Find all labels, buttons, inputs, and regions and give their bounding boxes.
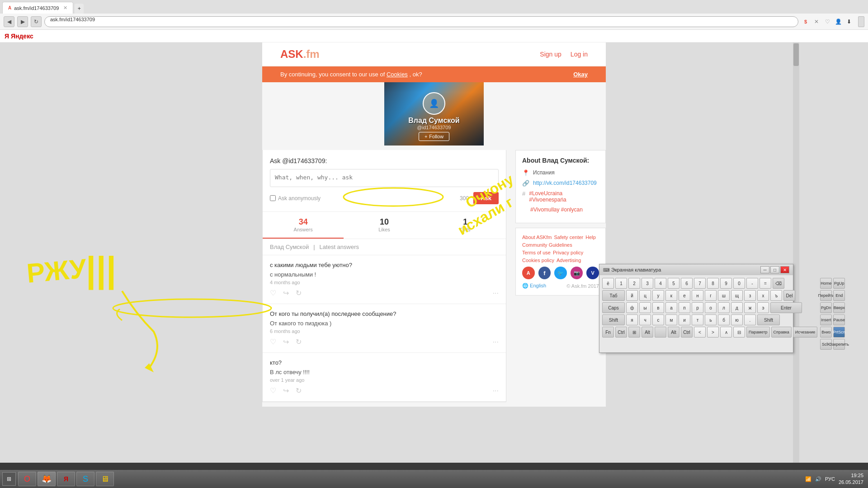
osk-key-ch[interactable]: ч — [639, 314, 651, 325]
footer-terms[interactable]: Terms of use — [522, 250, 551, 255]
like-icon-2[interactable]: ♡ — [270, 338, 276, 346]
osk-key-fn[interactable]: Fn — [602, 327, 614, 338]
osk-key-6[interactable]: 6 — [681, 278, 693, 289]
osk-key-insert[interactable]: Insert — [820, 314, 832, 325]
osk-key-win[interactable]: ⊞ — [628, 327, 640, 338]
taskbar-item-browser[interactable]: 🦊 — [38, 472, 56, 486]
osk-key-shch[interactable]: щ — [731, 290, 743, 301]
osk-key-h[interactable]: х — [757, 290, 769, 301]
osk-key-b[interactable]: б — [718, 314, 730, 325]
social-instagram[interactable]: 📷 — [571, 267, 583, 279]
ext-x[interactable]: ✕ — [812, 17, 821, 26]
osk-key-space[interactable] — [655, 327, 666, 338]
signup-link[interactable]: Sign up — [540, 51, 561, 58]
osk-key-pgup[interactable]: PgUp — [833, 278, 845, 289]
osk-key-sh[interactable]: ш — [718, 290, 730, 301]
osk-key-r[interactable]: р — [692, 302, 703, 313]
share-icon-1[interactable]: ↪ — [283, 289, 289, 297]
more-icon-3[interactable]: ··· — [493, 387, 499, 395]
reask-icon-1[interactable]: ↻ — [296, 289, 302, 297]
osk-key-g[interactable]: г — [705, 290, 717, 301]
footer-cookies[interactable]: Cookies policy — [522, 258, 554, 263]
osk-key-3[interactable]: 3 — [642, 278, 653, 289]
language-link[interactable]: English — [530, 283, 546, 288]
osk-key-alt-r[interactable]: Alt — [668, 327, 679, 338]
follow-button[interactable]: + Follow — [419, 132, 449, 141]
cookie-link[interactable]: Cookies — [387, 71, 408, 78]
osk-key-prtscn[interactable]: PrtScn — [833, 327, 845, 338]
osk-key-4[interactable]: 4 — [655, 278, 666, 289]
osk-key-vverh[interactable]: Вверх — [833, 302, 845, 313]
osk-key-j[interactable]: й — [626, 290, 638, 301]
osk-key-up[interactable]: ∧ — [720, 327, 732, 338]
osk-key-ts[interactable]: ц — [639, 290, 651, 301]
taskbar-item-opera[interactable]: O — [18, 472, 36, 486]
reload-btn[interactable]: ↻ — [31, 16, 42, 27]
osk-key-s[interactable]: с — [652, 314, 664, 325]
osk-close-btn[interactable]: ✕ — [780, 266, 789, 273]
osk-key-ee[interactable]: э — [757, 302, 769, 313]
login-link[interactable]: Log in — [571, 51, 588, 58]
address-input[interactable]: ask.fm/id174633709 — [44, 16, 798, 27]
osk-key-u[interactable]: у — [652, 290, 664, 301]
reask-icon-2[interactable]: ↻ — [296, 338, 302, 346]
osk-key-param[interactable]: Параметр — [746, 327, 770, 338]
osk-key-t[interactable]: т — [692, 314, 703, 325]
osk-key-ya[interactable]: я — [626, 314, 638, 325]
share-icon-3[interactable]: ↪ — [283, 386, 289, 395]
osk-key-8[interactable]: 8 — [707, 278, 719, 289]
osk-key-zh[interactable]: ж — [744, 302, 756, 313]
social-vk[interactable]: V — [586, 267, 599, 279]
scrollbar-thumb[interactable] — [793, 43, 799, 66]
osk-key-ctrl-r[interactable]: Ctrl — [681, 327, 693, 338]
osk-key-pause[interactable]: Pause — [833, 314, 845, 325]
osk-key-eq[interactable]: = — [760, 278, 771, 289]
osk-key-z[interactable]: з — [744, 290, 756, 301]
osk-key-help[interactable]: Справка — [771, 327, 792, 338]
start-btn[interactable]: ⊞ — [2, 472, 16, 486]
footer-safety[interactable]: Safety center — [554, 235, 583, 240]
footer-about[interactable]: About ASKfm — [522, 235, 552, 240]
ext-dollar[interactable]: $ — [801, 17, 810, 26]
osk-key-p[interactable]: п — [679, 302, 690, 313]
osk-key-gt[interactable]: > — [707, 327, 719, 338]
osk-key-alt-l[interactable]: Alt — [642, 327, 653, 338]
osk-key-bksp[interactable]: ⌫ — [773, 278, 784, 289]
social-facebook[interactable]: f — [538, 267, 551, 279]
osk-key-ctrl-l[interactable]: Ctrl — [615, 327, 627, 338]
tab-gifts[interactable]: 1 Gifts — [425, 212, 506, 239]
osk-key-appkey[interactable]: ⊟ — [733, 327, 745, 338]
back-btn[interactable]: ◀ — [4, 16, 14, 27]
osk-key-vanish[interactable]: Исчезание — [793, 327, 818, 338]
social-twitter[interactable]: 🐦 — [554, 267, 567, 279]
osk-key-home[interactable]: Home — [820, 278, 832, 289]
osk-key-rshift[interactable]: Shift — [757, 314, 780, 325]
osk-key-o[interactable]: о — [705, 302, 717, 313]
taskbar-item-folder[interactable]: 🖥 — [96, 472, 114, 486]
osk-key-f[interactable]: ф — [626, 302, 638, 313]
osk-key-del[interactable]: Del — [783, 290, 795, 301]
about-vk-link[interactable]: http://vk.com/id174633709 — [533, 180, 597, 186]
osk-key-zakrep[interactable]: Закрепить — [833, 339, 845, 350]
osk-key-n[interactable]: н — [692, 290, 703, 301]
footer-help[interactable]: Help — [585, 235, 596, 240]
osk-key-yu[interactable]: ю — [731, 314, 743, 325]
osk-key-perejti[interactable]: Перейти — [820, 290, 832, 301]
osk-key-dot[interactable]: . — [744, 314, 756, 325]
osk-key-soft[interactable]: ь — [705, 314, 717, 325]
taskbar-item-yandex[interactable]: Я — [57, 472, 75, 486]
tab-close[interactable]: ✕ — [63, 5, 67, 11]
osk-restore-btn[interactable]: □ — [770, 266, 779, 273]
forward-btn[interactable]: ▶ — [17, 16, 28, 27]
ask-submit-btn[interactable]: Ask — [473, 192, 499, 204]
osk-key-lt[interactable]: < — [694, 327, 706, 338]
reask-icon-3[interactable]: ↻ — [296, 386, 302, 395]
osk-key-dash[interactable]: - — [746, 278, 758, 289]
osk-key-l[interactable]: л — [718, 302, 730, 313]
osk-key-i[interactable]: и — [679, 314, 690, 325]
tab-likes[interactable]: 10 Likes — [344, 212, 425, 239]
social-askfm[interactable]: A — [522, 267, 535, 279]
osk-key-hrd[interactable]: ъ — [770, 290, 782, 301]
share-icon-2[interactable]: ↪ — [283, 338, 289, 346]
osk-key-m[interactable]: м — [665, 314, 677, 325]
